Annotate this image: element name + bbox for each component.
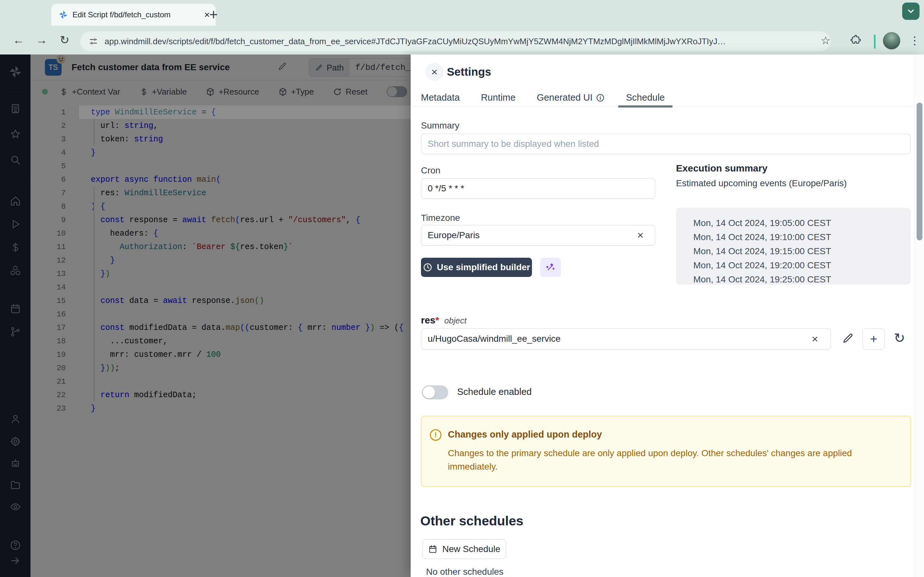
upcoming-event: Mon, 14 Oct 2024, 19:10:00 CEST [693, 230, 911, 244]
res-resource-input[interactable] [421, 328, 831, 350]
res-arg-label: res*object [421, 315, 467, 326]
timezone-input[interactable] [421, 225, 655, 245]
cron-input[interactable] [421, 178, 655, 199]
toggle-knob [423, 386, 435, 398]
modal-dim-overlay[interactable] [0, 55, 411, 577]
builder-button-label: Use simplified builder [437, 262, 530, 272]
forward-button[interactable]: → [36, 33, 47, 47]
schedule-enabled-label: Schedule enabled [457, 387, 531, 397]
calendar-icon [428, 545, 437, 554]
add-resource-button[interactable]: + [863, 328, 885, 350]
site-settings-icon[interactable] [89, 37, 98, 46]
res-clear-icon[interactable]: × [812, 334, 818, 344]
tab-schedule[interactable]: Schedule [626, 89, 665, 106]
summary-input[interactable] [421, 134, 911, 154]
info-icon [596, 93, 605, 102]
upcoming-event: Mon, 14 Oct 2024, 19:20:00 CEST [693, 258, 911, 272]
clock-icon [423, 263, 433, 272]
settings-title: Settings [447, 65, 491, 78]
address-bar[interactable]: app.windmill.dev/scripts/edit/f/bd/fetch… [80, 31, 830, 51]
tab-title: Edit Script f/bd/fetch_custom [73, 10, 200, 19]
new-tab-button[interactable]: + [209, 6, 218, 23]
panel-scrollbar[interactable] [914, 55, 924, 577]
browser-tab[interactable]: Edit Script f/bd/fetch_custom × [51, 4, 216, 26]
execution-summary-subheading: Estimated upcoming events (Europe/Paris) [676, 178, 846, 189]
tab-runtime[interactable]: Runtime [481, 89, 515, 106]
settings-drawer: × Settings MetadataRuntimeGenerated UISc… [411, 55, 924, 577]
tabs-divider [411, 106, 914, 106]
tab-generated-ui[interactable]: Generated UI [537, 89, 605, 106]
cron-label: Cron [421, 165, 441, 176]
summary-label: Summary [421, 121, 459, 131]
warning-body: Changes to the primary schedule are only… [448, 446, 894, 474]
no-other-schedules-text: No other schedules [426, 567, 503, 577]
new-schedule-button[interactable]: New Schedule [423, 539, 506, 559]
settings-tabs: MetadataRuntimeGenerated UISchedule [421, 89, 665, 106]
upcoming-event: Mon, 14 Oct 2024, 19:15:00 CEST [693, 244, 911, 258]
upcoming-events-box: Mon, 14 Oct 2024, 19:05:00 CESTMon, 14 O… [676, 208, 911, 285]
reload-button[interactable]: ↻ [60, 33, 69, 47]
bookmark-star-icon[interactable]: ☆ [821, 34, 830, 47]
ai-cron-button[interactable] [540, 258, 561, 277]
other-schedules-heading: Other schedules [420, 514, 523, 529]
back-button[interactable]: ← [13, 33, 24, 47]
profile-avatar[interactable] [883, 32, 900, 49]
timezone-clear-icon[interactable]: × [637, 229, 644, 240]
edit-resource-pencil-icon[interactable] [842, 332, 854, 344]
browser-chrome: Edit Script f/bd/fetch_custom × + ← → ↻ … [0, 0, 924, 55]
warning-title: Changes only applied upon deploy [448, 429, 602, 440]
tab-metadata[interactable]: Metadata [421, 89, 460, 106]
scrollbar-thumb[interactable] [917, 103, 922, 240]
timezone-label: Timezone [421, 213, 460, 223]
warning-icon: ! [430, 429, 441, 441]
magic-wand-icon [545, 262, 556, 273]
close-settings-button[interactable]: × [425, 63, 443, 81]
schedule-enabled-toggle[interactable] [422, 385, 448, 400]
chevron-down-icon [906, 6, 916, 16]
execution-summary-heading: Execution summary [676, 163, 767, 174]
new-schedule-label: New Schedule [443, 544, 501, 554]
extension-accent-divider [874, 35, 876, 49]
url-text[interactable]: app.windmill.dev/scripts/edit/f/bd/fetch… [105, 37, 726, 47]
refresh-resource-icon[interactable]: ↻ [894, 330, 905, 346]
browser-menu-icon[interactable]: ⋮ [909, 34, 920, 47]
res-arg-type: object [444, 316, 467, 326]
upcoming-event: Mon, 14 Oct 2024, 19:25:00 CEST [693, 272, 911, 287]
res-arg-name: res [421, 315, 435, 326]
upcoming-event: Mon, 14 Oct 2024, 19:05:00 CEST [693, 216, 911, 230]
tab-search-button[interactable] [902, 3, 919, 20]
current-line-highlight [79, 105, 411, 119]
deploy-warning-box: ! Changes only applied upon deploy Chang… [421, 416, 911, 487]
use-simplified-builder-button[interactable]: Use simplified builder [421, 258, 532, 277]
windmill-favicon-icon [58, 10, 68, 19]
required-asterisk: * [435, 315, 439, 326]
extensions-icon[interactable] [850, 35, 861, 45]
